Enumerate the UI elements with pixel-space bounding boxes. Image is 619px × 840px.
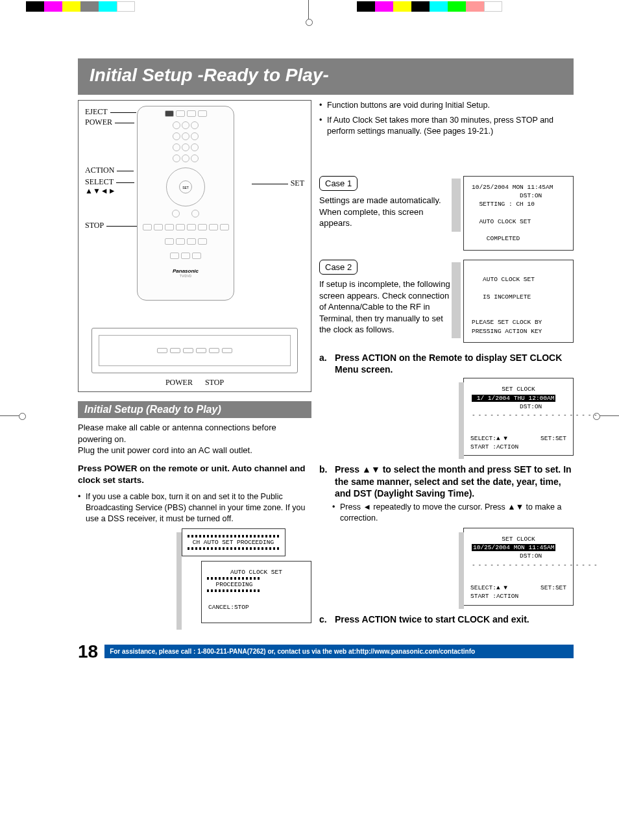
cable-box-note: •If you use a cable box, turn it on and …	[78, 491, 311, 525]
case-1-label: Case 1	[319, 176, 358, 191]
label-arrows: ▲▼◄►	[85, 186, 116, 196]
case-2-label: Case 2	[319, 260, 358, 275]
step-a: a.Press ACTION on the Remote to display …	[319, 352, 574, 375]
label-set: SET	[252, 179, 304, 188]
step-b-sub: •Press ◄ repeatedly to move the cursor. …	[332, 502, 574, 524]
section-subheader: Initial Setup (Ready to Play)	[78, 401, 311, 418]
player-unit	[91, 328, 298, 373]
case-1-osd: 10/25/2004 MON 11:45AM DST:ON SETTING : …	[463, 176, 574, 251]
page-footer: 18 For assistance, please call : 1-800-2…	[78, 641, 574, 662]
remote-brand: Panasonic	[138, 268, 234, 274]
label-stop: STOP	[85, 221, 139, 230]
step-b: b.Press ▲▼ to select the month and press…	[319, 463, 574, 499]
step-b-osd: SET CLOCK 10/25/2004 MON 11:45AM DST:ON …	[463, 528, 574, 606]
press-power-instruction: Press POWER on the remote or unit. Auto …	[78, 463, 311, 486]
case-2: Case 2 If setup is incomplete, the follo…	[319, 260, 574, 343]
thirty-minute-note: •If Auto Clock Set takes more than 30 mi…	[319, 115, 574, 137]
remote-diagram: EJECT POWER ACTION SELECT ▲▼◄► STOP SET	[78, 100, 311, 392]
remote-body: SET Panasonic TV/DVD	[137, 106, 234, 301]
page-number: 18	[78, 641, 98, 662]
page-title-banner: Initial Setup -Ready to Play-	[78, 58, 574, 95]
assistance-bar: For assistance, please call : 1-800-211-…	[104, 645, 574, 658]
step-a-osd: SET CLOCK 1/ 1/2004 THU 12:00AM DST:ON -…	[463, 378, 574, 456]
nav-ring: SET	[166, 167, 205, 206]
label-power: POWER	[85, 117, 134, 127]
unit-labels: POWER STOP	[79, 378, 311, 388]
function-buttons-note: •Function buttons are void during Initia…	[319, 100, 574, 111]
remote-model: TV/DVD	[138, 274, 234, 278]
step-c: c.Press ACTION twice to start CLOCK and …	[319, 613, 574, 625]
label-action: ACTION	[85, 166, 134, 175]
case-1: Case 1 Settings are made automatically. …	[319, 176, 574, 251]
label-select: SELECT	[85, 177, 134, 187]
intro-text: Please make all cable or antenna connect…	[78, 422, 311, 456]
case-2-osd: AUTO CLOCK SET IS INCOMPLETE PLEASE SET …	[463, 260, 574, 343]
proceeding-osd: CH AUTO SET PROCEEDING AUTO CLOCK SET PR…	[182, 528, 311, 626]
label-eject: EJECT	[85, 107, 136, 117]
